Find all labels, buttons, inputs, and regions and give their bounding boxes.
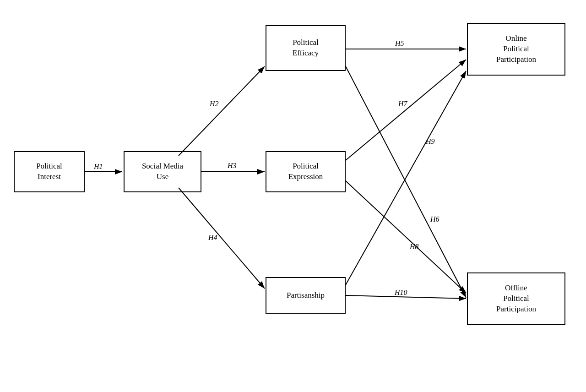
social-media-use-box: Social MediaUse: [124, 151, 201, 192]
h7-label: H7: [398, 100, 407, 108]
svg-line-2: [179, 66, 265, 156]
h4-label: H4: [208, 234, 217, 242]
h5-label: H5: [395, 39, 404, 48]
partisanship-box: Partisanship: [266, 277, 346, 314]
h2-label: H2: [210, 100, 219, 108]
h10-label: H10: [395, 289, 407, 297]
svg-line-8: [346, 181, 466, 293]
political-interest-label: PoliticalInterest: [36, 161, 62, 182]
svg-line-4: [179, 188, 265, 289]
h9-label: H9: [426, 137, 435, 146]
svg-line-7: [346, 60, 466, 160]
diagram-container: PoliticalInterest Social MediaUse Politi…: [0, 0, 586, 392]
offline-participation-box: OfflinePoliticalParticipation: [467, 272, 565, 325]
partisanship-label: Partisanship: [287, 290, 325, 301]
political-expression-label: PoliticalExpression: [288, 161, 323, 182]
political-efficacy-box: PoliticalEfficacy: [266, 25, 346, 71]
h8-label: H8: [410, 243, 419, 251]
h3-label: H3: [228, 162, 237, 170]
online-participation-label: OnlinePoliticalParticipation: [496, 33, 536, 65]
political-interest-box: PoliticalInterest: [14, 151, 85, 192]
online-participation-box: OnlinePoliticalParticipation: [467, 23, 565, 76]
political-expression-box: PoliticalExpression: [266, 151, 346, 192]
h6-label: H6: [430, 215, 440, 223]
h1-label: H1: [94, 163, 103, 171]
political-efficacy-label: PoliticalEfficacy: [293, 38, 319, 59]
social-media-use-label: Social MediaUse: [142, 161, 183, 182]
offline-participation-label: OfflinePoliticalParticipation: [496, 283, 536, 315]
